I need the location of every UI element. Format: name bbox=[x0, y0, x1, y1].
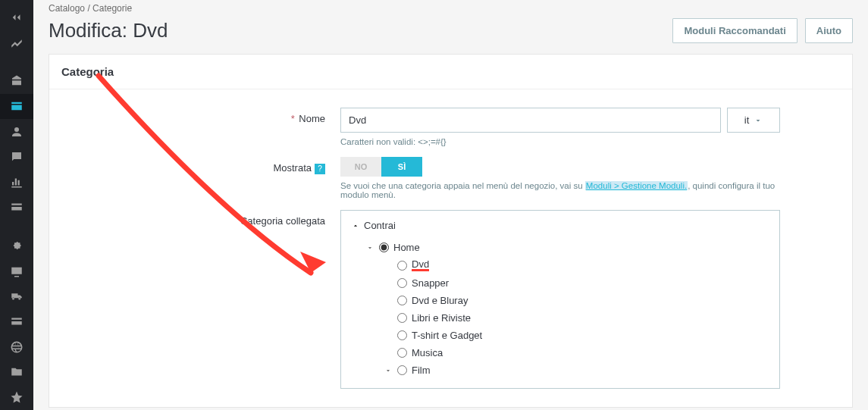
tree-node[interactable]: Dvd bbox=[352, 256, 769, 274]
name-help-text: Caratteri non validi: <>;=#{} bbox=[340, 137, 780, 146]
radio-home[interactable] bbox=[379, 243, 389, 252]
tree-label: T-shirt e Gadget bbox=[412, 330, 482, 341]
tree-node[interactable]: Film bbox=[352, 361, 769, 379]
radio-item[interactable] bbox=[397, 261, 407, 271]
sidebar-billing[interactable] bbox=[0, 309, 33, 334]
tree-node[interactable]: Libri e Riviste bbox=[352, 309, 769, 327]
tree-node[interactable]: Snapper bbox=[352, 274, 769, 292]
sidebar-catalog[interactable] bbox=[0, 94, 33, 119]
category-tree: Contrai Home DvdSnapperDvd e BlurayLibri… bbox=[340, 210, 780, 389]
breadcrumb: Catalogo / Categorie bbox=[49, 3, 853, 14]
chevron-down-icon bbox=[754, 116, 763, 125]
language-label: it bbox=[744, 114, 750, 126]
category-panel: Categoria * Nome it Caratteri non validi… bbox=[49, 54, 853, 408]
tree-node[interactable]: Musica bbox=[352, 344, 769, 361]
language-dropdown[interactable]: it bbox=[727, 108, 780, 133]
name-label: * Nome bbox=[67, 108, 340, 124]
breadcrumb-parent[interactable]: Catalogo bbox=[49, 3, 85, 14]
tree-label: Film bbox=[412, 365, 431, 376]
help-button[interactable]: Aiuto bbox=[805, 18, 853, 43]
radio-item[interactable] bbox=[397, 348, 407, 358]
tree-node[interactable]: T-shirt e Gadget bbox=[352, 327, 769, 344]
sidebar-dashboard[interactable] bbox=[0, 30, 33, 55]
chevron-up-icon bbox=[352, 222, 359, 230]
sidebar-intl[interactable] bbox=[0, 334, 33, 359]
radio-item[interactable] bbox=[397, 330, 407, 340]
main-content: Catalogo / Categorie Modifica: Dvd Modul… bbox=[33, 0, 868, 410]
sidebar-service[interactable] bbox=[0, 144, 33, 169]
sidebar-modules[interactable] bbox=[0, 233, 33, 258]
name-input[interactable] bbox=[340, 108, 721, 133]
sidebar bbox=[0, 0, 33, 410]
toggle-yes[interactable]: SÌ bbox=[381, 157, 422, 177]
parent-category-label: Categoria collegata bbox=[67, 210, 340, 227]
shown-label: Mostrata? bbox=[67, 157, 340, 174]
collapse-toggle[interactable] bbox=[365, 244, 374, 252]
sidebar-shipping[interactable] bbox=[0, 283, 33, 308]
shown-toggle[interactable]: NO SÌ bbox=[340, 157, 780, 177]
sidebar-star[interactable] bbox=[0, 385, 33, 410]
tree-label: Dvd bbox=[412, 259, 429, 271]
modules-link[interactable]: Moduli > Gestione Moduli. bbox=[585, 181, 688, 190]
panel-title: Categoria bbox=[49, 55, 852, 89]
tree-node-home[interactable]: Home bbox=[352, 239, 769, 256]
sidebar-orders[interactable] bbox=[0, 68, 33, 93]
shown-help-text: Se vuoi che una categoria appaia nel men… bbox=[340, 181, 780, 199]
sidebar-toggle[interactable] bbox=[0, 5, 33, 30]
recommended-modules-button[interactable]: Moduli Raccomandati bbox=[672, 18, 797, 43]
tree-label: Musica bbox=[412, 347, 443, 358]
tree-label: Libri e Riviste bbox=[412, 312, 471, 324]
breadcrumb-current: Categorie bbox=[92, 3, 132, 14]
sidebar-customers[interactable] bbox=[0, 119, 33, 144]
radio-item[interactable] bbox=[397, 365, 407, 375]
expand-toggle[interactable] bbox=[384, 367, 393, 374]
toggle-no[interactable]: NO bbox=[340, 157, 381, 177]
collapse-all-button[interactable]: Contrai bbox=[352, 220, 769, 231]
radio-item[interactable] bbox=[397, 278, 407, 288]
radio-item[interactable] bbox=[397, 313, 407, 323]
page-title: Modifica: Dvd bbox=[49, 19, 168, 42]
help-icon[interactable]: ? bbox=[315, 164, 325, 174]
sidebar-folder[interactable] bbox=[0, 359, 33, 384]
sidebar-stats[interactable] bbox=[0, 170, 33, 195]
radio-item[interactable] bbox=[397, 296, 407, 305]
tree-label: Snapper bbox=[412, 277, 449, 289]
tree-node[interactable]: Dvd e Bluray bbox=[352, 292, 769, 309]
tree-label: Home bbox=[393, 242, 420, 253]
sidebar-design[interactable] bbox=[0, 258, 33, 283]
tree-label: Dvd e Bluray bbox=[412, 295, 468, 306]
sidebar-payment[interactable] bbox=[0, 195, 33, 220]
page-header: Catalogo / Categorie Modifica: Dvd Modul… bbox=[33, 0, 868, 54]
